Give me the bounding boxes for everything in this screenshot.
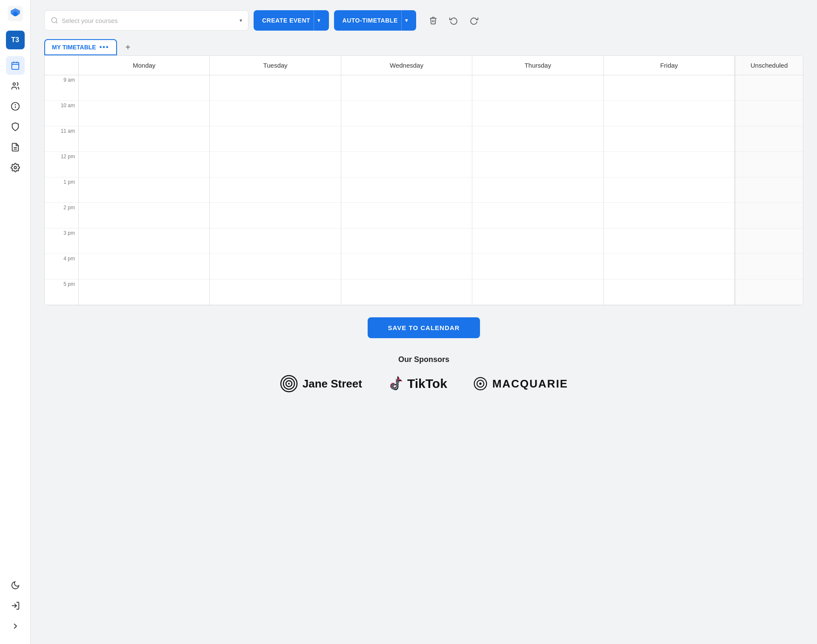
table-row[interactable] [604, 101, 734, 126]
table-row[interactable] [79, 203, 209, 228]
unscheduled-row[interactable] [735, 279, 803, 305]
course-select-dropdown[interactable]: Select your courses ▾ [44, 10, 249, 31]
table-row[interactable] [341, 203, 472, 228]
unscheduled-row[interactable] [735, 177, 803, 203]
sidebar-nav [0, 56, 30, 576]
table-row[interactable] [210, 101, 340, 126]
table-row[interactable] [604, 254, 734, 279]
time-10am: 10 am [45, 101, 78, 126]
time-column: 9 am 10 am 11 am 12 pm 1 pm 2 pm 3 pm 4 … [45, 75, 79, 305]
unscheduled-row[interactable] [735, 228, 803, 254]
calendar-body: 9 am 10 am 11 am 12 pm 1 pm 2 pm 3 pm 4 … [45, 75, 803, 305]
redo-button[interactable] [466, 12, 483, 29]
wednesday-col [341, 75, 472, 305]
table-row[interactable] [604, 203, 734, 228]
table-row[interactable] [341, 228, 472, 254]
table-row[interactable] [472, 228, 603, 254]
sidebar-item-shield[interactable] [6, 117, 25, 136]
table-row[interactable] [210, 254, 340, 279]
tiktok-icon [388, 376, 403, 391]
table-row[interactable] [604, 75, 734, 101]
auto-timetable-button[interactable]: AUTO-TIMETABLE ▾ [334, 10, 417, 31]
time-5pm: 5 pm [45, 279, 78, 305]
table-row[interactable] [604, 152, 734, 177]
table-row[interactable] [341, 101, 472, 126]
janestreet-name: Jane Street [303, 377, 362, 390]
table-row[interactable] [604, 126, 734, 152]
trash-icon [429, 16, 437, 25]
sidebar-item-calendar[interactable] [6, 56, 25, 75]
table-row[interactable] [604, 279, 734, 305]
unscheduled-row[interactable] [735, 203, 803, 228]
table-row[interactable] [79, 279, 209, 305]
monday-header: Monday [79, 56, 210, 75]
delete-button[interactable] [425, 12, 442, 29]
janestreet-icon [280, 374, 298, 393]
unscheduled-row[interactable] [735, 75, 803, 101]
table-row[interactable] [79, 101, 209, 126]
sidebar-item-settings[interactable] [6, 158, 25, 177]
table-row[interactable] [210, 177, 340, 203]
table-row[interactable] [604, 177, 734, 203]
sidebar-item-expand[interactable] [6, 617, 25, 635]
table-row[interactable] [472, 101, 603, 126]
redo-icon [470, 16, 478, 25]
chevron-down-icon: ▾ [240, 17, 242, 23]
table-row[interactable] [341, 177, 472, 203]
unscheduled-row[interactable] [735, 152, 803, 177]
unscheduled-col [735, 75, 803, 305]
timetable-tabs: MY TIMETABLE ••• + [44, 39, 803, 55]
table-row[interactable] [210, 75, 340, 101]
tab-menu-dots[interactable]: ••• [100, 43, 109, 51]
table-row[interactable] [210, 203, 340, 228]
table-row[interactable] [341, 75, 472, 101]
table-row[interactable] [79, 228, 209, 254]
time-12pm: 12 pm [45, 152, 78, 177]
t3-button[interactable]: T3 [6, 31, 25, 49]
table-row[interactable] [210, 152, 340, 177]
table-row[interactable] [341, 279, 472, 305]
table-row[interactable] [79, 126, 209, 152]
calendar-header: Monday Tuesday Wednesday Thursday Friday… [45, 56, 803, 75]
svg-point-21 [479, 382, 481, 385]
create-event-button[interactable]: CREATE EVENT ▾ [254, 10, 329, 31]
unscheduled-row[interactable] [735, 101, 803, 126]
day-columns [79, 75, 735, 305]
table-row[interactable] [472, 279, 603, 305]
table-row[interactable] [472, 254, 603, 279]
table-row[interactable] [341, 126, 472, 152]
table-row[interactable] [210, 279, 340, 305]
table-row[interactable] [604, 228, 734, 254]
table-row[interactable] [341, 254, 472, 279]
table-row[interactable] [472, 203, 603, 228]
table-row[interactable] [79, 75, 209, 101]
tuesday-header: Tuesday [210, 56, 341, 75]
unscheduled-row[interactable] [735, 126, 803, 152]
add-tab-button[interactable]: + [120, 40, 136, 55]
auto-timetable-dropdown-arrow[interactable]: ▾ [401, 10, 408, 31]
table-row[interactable] [341, 152, 472, 177]
sidebar-item-doc[interactable] [6, 138, 25, 157]
unscheduled-row[interactable] [735, 254, 803, 279]
sidebar-item-darkmode[interactable] [6, 576, 25, 595]
table-row[interactable] [79, 177, 209, 203]
sidebar-item-people[interactable] [6, 77, 25, 95]
table-row[interactable] [472, 177, 603, 203]
undo-button[interactable] [445, 12, 462, 29]
time-4pm: 4 pm [45, 254, 78, 279]
svg-rect-1 [11, 63, 19, 70]
time-header [45, 56, 79, 75]
save-to-calendar-button[interactable]: SAVE TO CALENDAR [368, 317, 480, 338]
table-row[interactable] [79, 254, 209, 279]
sidebar-item-info[interactable] [6, 97, 25, 116]
my-timetable-tab[interactable]: MY TIMETABLE ••• [44, 39, 117, 55]
table-row[interactable] [472, 75, 603, 101]
unscheduled-header: Unscheduled [735, 56, 803, 75]
table-row[interactable] [472, 126, 603, 152]
table-row[interactable] [210, 126, 340, 152]
table-row[interactable] [79, 152, 209, 177]
table-row[interactable] [472, 152, 603, 177]
table-row[interactable] [210, 228, 340, 254]
create-event-dropdown-arrow[interactable]: ▾ [314, 10, 320, 31]
sidebar-item-login[interactable] [6, 596, 25, 615]
